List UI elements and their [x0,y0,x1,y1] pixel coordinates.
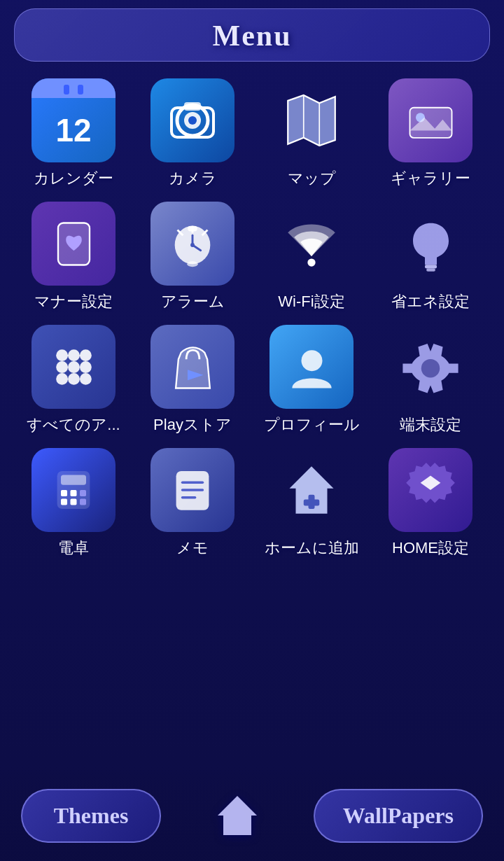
app-grid: 12 カレンダー カメラ [4,78,500,559]
app-alarm-label: アラーム [161,291,225,312]
app-home-settings-label: HOME設定 [392,538,469,559]
app-all-apps[interactable]: すべてのア... [18,325,130,435]
svg-rect-39 [71,490,77,496]
wallpapers-button[interactable]: WallPapers [314,789,483,843]
svg-marker-5 [288,95,335,146]
app-home-settings[interactable]: HOME設定 [374,448,486,559]
svg-marker-52 [218,796,257,835]
app-add-home-label: ホームに追加 [265,538,359,559]
app-all-apps-label: すべてのア... [27,414,120,435]
svg-point-2 [188,116,197,125]
app-gallery[interactable]: ギャラリー [374,78,486,189]
svg-point-30 [56,372,68,384]
app-manner-label: マナー設定 [34,291,113,312]
themes-button[interactable]: Themes [21,789,161,843]
app-wifi[interactable]: Wi-Fi設定 [255,202,368,312]
app-alarm[interactable]: アラーム [136,202,248,312]
menu-title: Menu [213,20,292,52]
svg-rect-38 [61,490,67,496]
app-profile[interactable]: プロフィール [255,325,368,435]
svg-rect-22 [425,265,437,268]
app-settings[interactable]: 端末設定 [374,325,486,435]
app-calc-label: 電卓 [58,538,89,559]
app-map-label: マップ [288,168,336,189]
svg-point-31 [68,372,80,384]
app-calc[interactable]: 電卓 [18,448,130,559]
app-settings-label: 端末設定 [400,414,461,435]
svg-point-28 [68,361,80,373]
app-add-home[interactable]: ホームに追加 [255,448,368,559]
app-calendar[interactable]: 12 カレンダー [18,78,130,189]
app-map[interactable]: マップ [255,78,368,189]
app-wifi-label: Wi-Fi設定 [278,291,344,312]
svg-rect-4 [184,102,201,111]
svg-point-27 [56,361,68,373]
app-camera[interactable]: カメラ [136,78,248,189]
svg-point-29 [79,361,91,373]
app-gallery-label: ギャラリー [391,168,470,189]
svg-point-20 [187,261,198,267]
svg-rect-41 [61,499,67,505]
svg-rect-43 [80,499,86,505]
app-manner[interactable]: マナー設定 [18,202,130,312]
app-memo[interactable]: メモ [136,448,248,559]
svg-rect-40 [80,490,86,496]
svg-rect-37 [61,475,86,484]
svg-point-25 [68,349,80,361]
svg-point-35 [421,359,440,377]
app-play[interactable]: Playストア [136,325,248,435]
app-camera-label: カメラ [169,168,217,189]
svg-point-24 [56,349,68,361]
app-energy-label: 省エネ設定 [391,291,470,312]
svg-point-26 [79,349,91,361]
app-profile-label: プロフィール [264,414,360,435]
title-bar: Menu [14,8,490,62]
svg-rect-50 [304,500,320,506]
svg-rect-42 [71,499,77,505]
svg-rect-23 [426,268,435,271]
svg-point-17 [190,243,195,247]
svg-point-21 [307,258,315,266]
app-energy[interactable]: 省エネ設定 [374,202,486,312]
svg-rect-8 [410,107,451,137]
bottom-bar: Themes WallPapers [0,770,504,861]
svg-point-34 [301,350,322,371]
home-button[interactable] [206,784,269,847]
app-calendar-label: カレンダー [34,168,113,189]
app-play-label: Playストア [153,414,232,435]
app-memo-label: メモ [176,538,209,559]
svg-point-32 [79,372,91,384]
